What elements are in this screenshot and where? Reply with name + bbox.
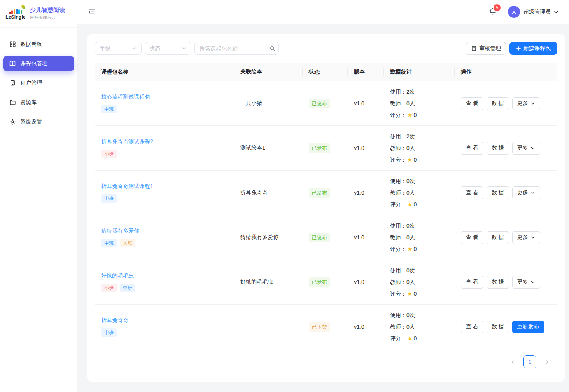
usage-stat: 使用：0次 bbox=[390, 175, 448, 187]
sidebar-item-course-packages[interactable]: 课程包管理 bbox=[3, 56, 74, 71]
user-avatar[interactable] bbox=[508, 6, 520, 18]
status-cell: 已发布 bbox=[303, 277, 348, 287]
audit-icon bbox=[471, 45, 477, 51]
teachers-stat: 教师：0人 bbox=[390, 321, 448, 333]
grade-tags: 中班大班 bbox=[101, 239, 228, 247]
column-header-status: 状态 bbox=[303, 68, 348, 75]
package-name-link[interactable]: 猜猜我有多爱你 bbox=[101, 228, 139, 235]
usage-stat: 使用：0次 bbox=[390, 265, 448, 276]
data-button[interactable]: 数 据 bbox=[487, 142, 509, 155]
data-button[interactable]: 数 据 bbox=[487, 186, 509, 199]
main-area: 5 超级管理员 年级 bbox=[77, 0, 569, 392]
audit-manage-button[interactable]: 审核管理 bbox=[466, 42, 506, 55]
version-cell: v1.0 bbox=[348, 324, 384, 330]
view-button[interactable]: 查 看 bbox=[461, 231, 483, 244]
republish-button[interactable]: 重新发布 bbox=[512, 321, 544, 333]
sidebar-item-tenants[interactable]: 租户管理 bbox=[3, 75, 74, 91]
sidebar-item-label: 数据看板 bbox=[20, 41, 42, 48]
status-select[interactable]: 状态 bbox=[145, 42, 191, 55]
grade-tag: 中班 bbox=[101, 105, 117, 113]
prev-page-icon[interactable] bbox=[507, 357, 518, 368]
user-name[interactable]: 超级管理员 bbox=[523, 9, 551, 16]
sidebar-item-label: 资源库 bbox=[20, 99, 37, 106]
column-header-name: 课程包名称 bbox=[95, 68, 234, 75]
star-icon: ★ bbox=[407, 201, 412, 207]
brand-text: 少儿智慧阅读 服务管理后台 bbox=[30, 7, 65, 21]
teachers-stat: 教师：0人 bbox=[390, 276, 448, 288]
status-cell: 已发布 bbox=[303, 99, 348, 108]
sidebar-item-resources[interactable]: 资源库 bbox=[3, 94, 74, 110]
grade-tag: 中班 bbox=[101, 239, 117, 247]
stats-cell: 使用：0次 教师：0人 评分：★0 bbox=[384, 265, 455, 300]
sidebar-item-settings[interactable]: 系统设置 bbox=[3, 114, 74, 130]
search-button[interactable] bbox=[266, 42, 279, 55]
version-cell: v1.0 bbox=[348, 234, 384, 240]
chevron-down-icon[interactable] bbox=[553, 9, 559, 15]
package-name-link[interactable]: 核心流程测试课程包 bbox=[101, 94, 150, 101]
pagination: 1 bbox=[95, 349, 557, 374]
version-cell: v1.0 bbox=[348, 190, 384, 196]
grade-tags: 小班中班 bbox=[101, 284, 228, 292]
view-button[interactable]: 查 看 bbox=[461, 97, 483, 110]
course-package-card: 年级 状态 bbox=[87, 34, 565, 382]
star-icon: ★ bbox=[407, 290, 412, 297]
sidebar: LeSingle 少儿智慧阅读 服务管理后台 数据看板 bbox=[0, 0, 77, 392]
page-number-current[interactable]: 1 bbox=[523, 355, 536, 368]
audit-manage-label: 审核管理 bbox=[479, 45, 501, 52]
sidebar-item-label: 课程包管理 bbox=[20, 60, 47, 67]
table-body: 核心流程测试课程包 中班 三只小猪 已发布 v1.0 使用：2次 教师：0人 评… bbox=[95, 81, 557, 349]
package-name-cell: 折耳兔奇奇测试课程1 中班 bbox=[95, 183, 234, 203]
grade-tag: 大班 bbox=[120, 239, 135, 247]
grade-tags: 中班 bbox=[101, 328, 228, 337]
menu-fold-icon[interactable] bbox=[87, 7, 96, 17]
version-cell: v1.0 bbox=[348, 279, 384, 285]
next-page-icon[interactable] bbox=[542, 357, 553, 368]
view-button[interactable]: 查 看 bbox=[461, 321, 483, 333]
actions-cell: 查 看 数 据 更多 bbox=[455, 97, 557, 110]
data-button[interactable]: 数 据 bbox=[487, 276, 509, 289]
package-name-link[interactable]: 好饿的毛毛虫 bbox=[101, 272, 134, 279]
star-icon: ★ bbox=[407, 335, 412, 341]
rating-stat: 评分：★0 bbox=[390, 199, 448, 210]
view-button[interactable]: 查 看 bbox=[461, 186, 483, 199]
data-button[interactable]: 数 据 bbox=[487, 97, 509, 110]
chevron-down-icon bbox=[530, 146, 535, 150]
package-name-link[interactable]: 折耳兔奇奇 bbox=[101, 317, 128, 324]
more-dropdown-button[interactable]: 更多 bbox=[512, 231, 540, 244]
create-package-label: 新建课程包 bbox=[523, 45, 551, 52]
chevron-down-icon bbox=[530, 101, 535, 106]
folder-icon bbox=[9, 99, 16, 106]
more-dropdown-button[interactable]: 更多 bbox=[512, 276, 540, 289]
grade-tag: 中班 bbox=[101, 194, 117, 203]
sidebar-item-dashboard[interactable]: 数据看板 bbox=[3, 36, 74, 52]
view-button[interactable]: 查 看 bbox=[461, 142, 483, 155]
data-button[interactable]: 数 据 bbox=[487, 231, 509, 244]
data-button[interactable]: 数 据 bbox=[487, 321, 509, 333]
search-input[interactable] bbox=[194, 42, 266, 55]
actions-cell: 查 看 数 据 更多 bbox=[455, 276, 557, 289]
open-book-icon bbox=[9, 60, 16, 67]
notification-bell-icon[interactable]: 5 bbox=[488, 7, 498, 17]
create-package-button[interactable]: 新建课程包 bbox=[509, 42, 557, 55]
grade-select[interactable]: 年级 bbox=[95, 42, 142, 55]
more-dropdown-button[interactable]: 更多 bbox=[512, 97, 540, 110]
package-name-link[interactable]: 折耳兔奇奇测试课程1 bbox=[101, 183, 153, 190]
table-row: 核心流程测试课程包 中班 三只小猪 已发布 v1.0 使用：2次 教师：0人 评… bbox=[95, 81, 557, 126]
table-row: 好饿的毛毛虫 小班中班 好饿的毛毛虫 已发布 v1.0 使用：0次 教师：0人 … bbox=[95, 260, 557, 305]
topbar-right: 5 超级管理员 bbox=[488, 6, 559, 18]
more-dropdown-button[interactable]: 更多 bbox=[512, 142, 540, 155]
stats-cell: 使用：0次 教师：0人 评分：★0 bbox=[384, 309, 455, 344]
sidebar-item-label: 系统设置 bbox=[20, 118, 42, 125]
sidebar-menu: 数据看板 课程包管理 租户管理 bbox=[0, 28, 77, 138]
status-cell: 已发布 bbox=[303, 233, 348, 242]
rating-stat: 评分：★0 bbox=[390, 288, 448, 300]
rating-stat: 评分：★0 bbox=[390, 243, 448, 255]
package-name-link[interactable]: 折耳兔奇奇测试课程2 bbox=[101, 138, 153, 145]
logo-bars-icon bbox=[9, 7, 22, 14]
status-badge: 已发布 bbox=[309, 277, 330, 287]
lesingle-logo-icon: LeSingle bbox=[5, 7, 26, 20]
stats-cell: 使用：2次 教师：0人 评分：★0 bbox=[384, 86, 455, 121]
view-button[interactable]: 查 看 bbox=[461, 276, 483, 289]
more-dropdown-button[interactable]: 更多 bbox=[512, 186, 540, 199]
search-icon bbox=[270, 45, 275, 51]
